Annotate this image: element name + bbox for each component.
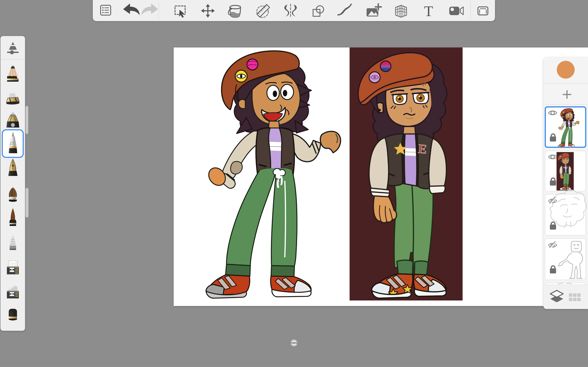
svg-text:E: E (418, 141, 428, 156)
svg-text:T: T (424, 3, 433, 19)
